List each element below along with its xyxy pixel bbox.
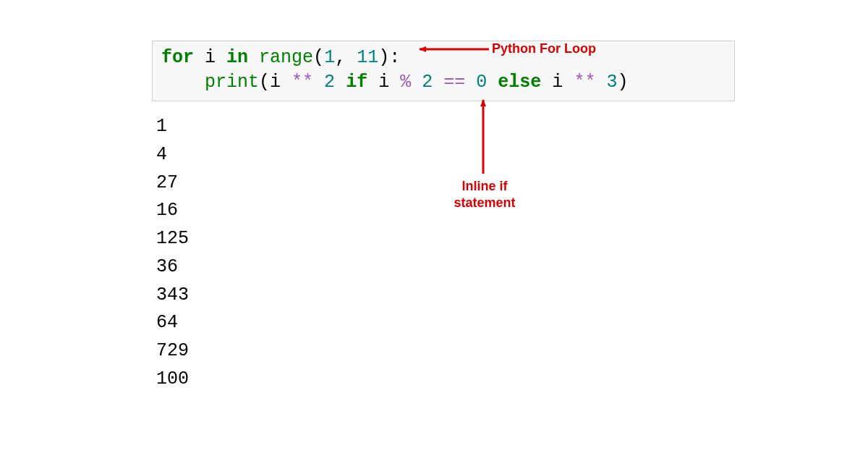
indent — [161, 72, 205, 93]
number-2b: 2 — [422, 72, 433, 93]
number-0: 0 — [476, 72, 487, 93]
code-block: for i in range(1, 11): print(i ** 2 if i… — [152, 41, 735, 101]
output-line: 27 — [156, 172, 178, 193]
paren-close-colon: ): — [378, 47, 400, 68]
variable-i-3: i — [378, 72, 389, 93]
operator-eq: == — [443, 72, 465, 93]
output-line: 125 — [156, 228, 189, 249]
paren-open: ( — [313, 47, 324, 68]
output-line: 16 — [156, 200, 178, 221]
output-line: 64 — [156, 312, 178, 333]
comma: , — [335, 47, 357, 68]
keyword-in: in — [226, 47, 248, 68]
keyword-for: for — [161, 47, 194, 68]
variable-i-4: i — [552, 72, 563, 93]
annotation-inline-if: Inline if statement — [445, 178, 524, 211]
keyword-else: else — [498, 72, 541, 93]
variable-i: i — [205, 47, 216, 68]
output-line: 343 — [156, 284, 189, 305]
function-range: range — [259, 47, 313, 68]
function-print: print — [205, 72, 259, 93]
output-line: 4 — [156, 144, 167, 165]
operator-mod: % — [400, 72, 411, 93]
number-2: 2 — [324, 72, 335, 93]
output-line: 100 — [156, 368, 189, 389]
output-line: 729 — [156, 340, 189, 361]
keyword-if: if — [346, 72, 367, 93]
output-block: 1 4 27 16 125 36 343 64 729 100 — [156, 113, 189, 394]
operator-power-2: ** — [574, 72, 595, 93]
number-3: 3 — [606, 72, 617, 93]
paren-close-2: ) — [617, 72, 628, 93]
variable-i-2: i — [270, 72, 281, 93]
number-11: 11 — [357, 47, 378, 68]
paren-open-2: ( — [259, 72, 270, 93]
annotation-for-loop: Python For Loop — [492, 41, 596, 57]
output-line: 36 — [156, 256, 178, 277]
number-1: 1 — [324, 47, 335, 68]
operator-power: ** — [292, 72, 313, 93]
output-line: 1 — [156, 116, 167, 137]
